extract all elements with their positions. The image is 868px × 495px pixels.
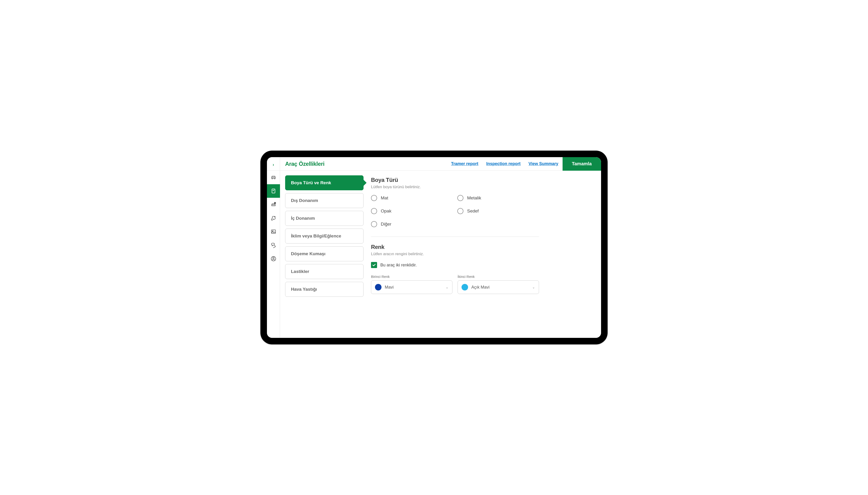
svg-rect-1	[271, 230, 275, 233]
radio-metalik[interactable]: Metalik	[457, 195, 539, 201]
header-links: Tramer report Inspection report View Sum…	[451, 161, 559, 166]
paint-type-options: Mat Metalik Opak Sedef	[371, 195, 539, 227]
chat-icon	[270, 242, 277, 248]
content: Boya Türü ve Renk Dış Donanım İç Donanım…	[280, 171, 601, 338]
section-tires[interactable]: Lastikler	[285, 264, 364, 279]
section-exterior[interactable]: Dış Donanım	[285, 193, 364, 208]
radio-diger[interactable]: Diğer	[371, 221, 453, 227]
second-color-label: İkinci Renk	[458, 275, 539, 278]
main-area: Araç Özellikleri Tramer report Inspectio…	[280, 157, 601, 338]
sidebar-item-profile[interactable]	[267, 252, 280, 266]
section-climate[interactable]: İklim veya Bilgi/Eğlence	[285, 228, 364, 243]
radio-sedef[interactable]: Sedef	[457, 208, 539, 214]
second-color-value: Açık Mavi	[471, 285, 529, 290]
first-color-field: Birinci Renk Mavi ⌄	[371, 275, 453, 294]
color-swatch-blue	[375, 284, 382, 290]
radio-icon	[457, 208, 463, 214]
checkbox-checked-icon	[371, 262, 377, 268]
header: Araç Özellikleri Tramer report Inspectio…	[280, 157, 601, 171]
inspection-report-link[interactable]: Inspection report	[486, 161, 520, 166]
first-color-label: Birinci Renk	[371, 275, 453, 278]
section-list: Boya Türü ve Renk Dış Donanım İç Donanım…	[285, 175, 364, 333]
complete-button[interactable]: Tamamla	[563, 157, 601, 171]
sidebar-item-vehicle[interactable]	[267, 171, 280, 184]
two-color-checkbox-row[interactable]: Bu araç iki renklidir.	[371, 262, 596, 268]
section-interior[interactable]: İç Donanım	[285, 211, 364, 226]
radio-icon	[457, 195, 463, 201]
radio-label: Diğer	[381, 222, 391, 227]
sidebar-item-service[interactable]	[267, 211, 280, 225]
sidebar-item-photos[interactable]	[267, 225, 280, 238]
user-icon	[270, 256, 277, 262]
sidebar: ›	[267, 157, 280, 338]
radio-opak[interactable]: Opak	[371, 208, 453, 214]
radio-label: Mat	[381, 195, 388, 201]
svg-point-0	[274, 202, 276, 204]
page-title: Araç Özellikleri	[285, 161, 451, 167]
two-color-label: Bu araç iki renklidir.	[380, 263, 417, 268]
color-swatch-lightblue	[462, 284, 468, 290]
document-check-icon	[270, 188, 277, 194]
section-airbag[interactable]: Hava Yastığı	[285, 282, 364, 297]
section-upholstery[interactable]: Döşeme Kumaşı	[285, 246, 364, 261]
first-color-value: Mavi	[385, 285, 442, 290]
chevron-down-icon: ⌄	[532, 285, 535, 289]
wrench-icon	[270, 215, 277, 221]
radio-icon	[371, 208, 377, 214]
sidebar-item-condition[interactable]	[267, 198, 280, 211]
chevron-right-icon: ›	[273, 162, 274, 167]
view-summary-link[interactable]: View Summary	[529, 161, 559, 166]
svg-point-4	[272, 257, 274, 259]
app-screen: ›	[267, 157, 601, 338]
radio-label: Sedef	[467, 208, 479, 214]
radio-mat[interactable]: Mat	[371, 195, 453, 201]
sidebar-item-chat[interactable]	[267, 238, 280, 252]
sidebar-expand-toggle[interactable]: ›	[267, 159, 280, 171]
car-alert-icon	[270, 202, 277, 208]
radio-icon	[371, 221, 377, 227]
car-icon	[270, 174, 277, 181]
second-color-field: İkinci Renk Açık Mavi ⌄	[458, 275, 539, 294]
radio-label: Opak	[381, 208, 391, 214]
paint-type-subtitle: Lütfen boya türünü belirtiniz.	[371, 185, 596, 189]
tramer-report-link[interactable]: Tramer report	[451, 161, 478, 166]
tablet-frame: ›	[260, 151, 607, 344]
color-title: Renk	[371, 244, 596, 250]
chevron-down-icon: ⌄	[446, 285, 448, 289]
first-color-select[interactable]: Mavi ⌄	[371, 280, 453, 294]
detail-panel: Boya Türü Lütfen boya türünü belirtiniz.…	[370, 175, 596, 333]
sidebar-item-features[interactable]	[267, 184, 280, 198]
image-icon	[270, 228, 277, 235]
radio-label: Metalik	[467, 195, 481, 201]
paint-type-title: Boya Türü	[371, 177, 596, 183]
color-selects: Birinci Renk Mavi ⌄ İkinci Renk A	[371, 275, 539, 294]
second-color-select[interactable]: Açık Mavi ⌄	[458, 280, 539, 294]
radio-icon	[371, 195, 377, 201]
section-paint[interactable]: Boya Türü ve Renk	[285, 175, 364, 190]
color-subtitle: Lütfen aracın rengini belirtiniz.	[371, 252, 596, 256]
